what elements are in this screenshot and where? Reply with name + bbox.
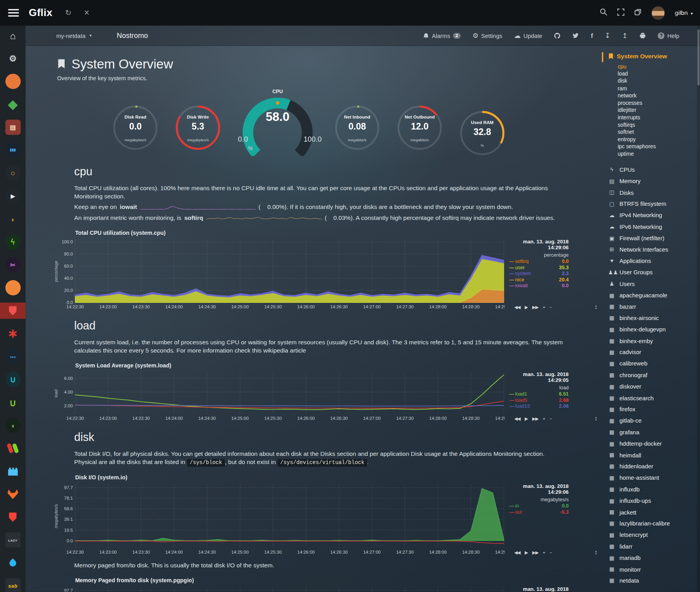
sidebar-app-item[interactable]: ▦influxdb xyxy=(608,484,698,495)
upload-icon[interactable]: ↥ xyxy=(622,31,628,40)
gauge-disk-read[interactable]: Disk Read 0.0 megabytes/s xyxy=(108,100,163,155)
app-tab[interactable]: ∗ xyxy=(0,326,25,342)
chart-resize-handle[interactable]: ↕ xyxy=(595,415,597,422)
update-button[interactable]: ☁Update xyxy=(514,31,542,40)
app-tab[interactable]: sab xyxy=(0,578,25,592)
sidebar-submenu-item[interactable]: ipc semaphores xyxy=(618,143,697,151)
sidebar-submenu-item[interactable]: softnet xyxy=(618,128,697,136)
chart-play[interactable]: ▶ xyxy=(525,305,528,310)
sidebar-item-system-overview[interactable]: System Overview xyxy=(608,53,698,60)
disk-chart-canvas[interactable]: 14:22:3014:23:0014:23:3014:24:0014:24:30… xyxy=(54,482,505,555)
sidebar-section-item[interactable]: ♟Users xyxy=(608,278,698,290)
app-tab[interactable]: ◗ xyxy=(0,211,25,227)
gauge-cpu[interactable]: CPU 58.0 0.0 100.0 % xyxy=(233,88,323,160)
sidebar-submenu-item[interactable]: processes xyxy=(618,99,697,107)
chart-zoom-out[interactable]: − xyxy=(549,305,552,310)
twitter-icon[interactable] xyxy=(572,32,579,38)
sidebar-section-item[interactable]: ☁IPv4 Networking xyxy=(608,210,698,221)
sidebar-submenu-item[interactable]: cpu xyxy=(618,63,697,70)
chart-play[interactable]: ▶ xyxy=(525,416,528,421)
sidebar-app-item[interactable]: ▦gitlab-ce xyxy=(608,415,698,426)
github-icon[interactable] xyxy=(554,32,561,39)
sidebar-app-item[interactable]: ▦hddtemp-docker xyxy=(608,438,698,449)
sidebar-app-item[interactable]: ▦hiddenloader xyxy=(608,461,698,472)
sidebar-app-item[interactable]: ▦binhex-delugevpn xyxy=(608,324,698,335)
app-tab[interactable] xyxy=(0,509,25,525)
sidebar-submenu-item[interactable]: interrupts xyxy=(618,114,697,121)
app-tab[interactable] xyxy=(0,73,25,89)
gauge-disk-write[interactable]: Disk Write 5.3 megabytes/s xyxy=(170,100,226,155)
sidebar-app-item[interactable]: ▦bazarr xyxy=(608,301,698,312)
app-tab[interactable]: ▤ xyxy=(0,119,25,135)
chart-forward[interactable]: ▶▶ xyxy=(532,305,538,310)
sidebar-app-item[interactable]: ▦lidarr xyxy=(608,541,698,552)
chart-rewind[interactable]: ◀◀ xyxy=(514,305,520,310)
app-tab[interactable] xyxy=(0,440,25,456)
user-menu[interactable]: gilbn ▾ xyxy=(675,9,693,16)
sidebar-section-item[interactable]: ♥Applications xyxy=(608,255,698,266)
sidebar-section-item[interactable]: ⊞Network Interfaces xyxy=(608,244,698,255)
help-button[interactable]: ?Help xyxy=(658,32,679,39)
sidebar-section-item[interactable]: ♟♟User Groups xyxy=(608,267,698,278)
app-tab[interactable] xyxy=(0,463,25,479)
tabs-icon[interactable] xyxy=(634,8,641,17)
chart-zoom-out[interactable]: − xyxy=(549,550,552,555)
legend-item[interactable]: —load152.06 xyxy=(509,403,569,410)
chart-zoom-in[interactable]: + xyxy=(543,416,545,421)
sidebar-app-item[interactable]: ▦grafana xyxy=(608,426,698,438)
app-tab[interactable] xyxy=(0,555,25,571)
chart-resize-handle[interactable]: ↕ xyxy=(595,549,597,555)
chart-zoom-in[interactable]: + xyxy=(543,550,545,555)
avatar[interactable] xyxy=(651,6,665,20)
app-tab[interactable]: ◆ xyxy=(0,96,25,112)
legend-item[interactable]: —nice20.4 xyxy=(509,277,569,283)
chart-forward[interactable]: ▶▶ xyxy=(532,550,538,555)
sidebar-submenu-item[interactable]: ram xyxy=(618,85,697,92)
sidebar-app-item[interactable]: ▦mariadb xyxy=(608,552,698,563)
sidebar-app-item[interactable]: ▦binhex-emby xyxy=(608,335,698,347)
alarms-button[interactable]: Alarms2 xyxy=(423,32,461,39)
sidebar-submenu-item[interactable]: network xyxy=(618,92,697,99)
sidebar-section-item[interactable]: ▣Firewall (netfilter) xyxy=(608,232,698,244)
sidebar-submenu-item[interactable]: load xyxy=(618,70,697,77)
app-tab[interactable]: ▮▮▮ xyxy=(0,142,25,158)
download-icon[interactable]: ↧ xyxy=(604,31,610,40)
sidebar-section-item[interactable]: ϟCPUs xyxy=(608,164,698,175)
legend-item[interactable]: —out-5.3 xyxy=(509,509,569,515)
sidebar-app-item[interactable]: ▦lazylibrarian-calibre xyxy=(608,518,698,529)
sidebar-submenu-item[interactable]: softirqs xyxy=(618,121,697,129)
app-tab[interactable]: ▶ xyxy=(0,188,25,204)
app-tab[interactable] xyxy=(0,280,25,296)
refresh-icon[interactable]: ↻ xyxy=(65,8,71,18)
sidebar-app-item[interactable]: ▦apacheguacamole xyxy=(608,290,698,301)
close-icon[interactable]: × xyxy=(84,8,89,18)
sidebar-submenu-item[interactable]: disk xyxy=(618,77,697,85)
sidebar-app-item[interactable]: ▦heimdall xyxy=(608,449,698,461)
legend-item[interactable]: —softirq0.0 xyxy=(509,259,569,265)
app-tab[interactable]: ∪ xyxy=(0,394,25,410)
app-tab[interactable]: LAZY xyxy=(0,532,25,548)
sidebar-section-item[interactable]: ▤Memory xyxy=(608,175,698,187)
gauge-net-inbound[interactable]: Net Inbound 0.08 megabits/s xyxy=(329,100,385,155)
print-icon[interactable] xyxy=(639,32,646,39)
fullscreen-icon[interactable] xyxy=(617,8,624,17)
sidebar-section-item[interactable]: ▢BTRFS filesystem xyxy=(608,198,698,210)
menu-icon[interactable] xyxy=(8,9,19,17)
app-tab[interactable]: ◖ xyxy=(0,417,25,433)
sidebar-submenu-item[interactable]: idlejitter xyxy=(618,107,697,114)
chart-rewind[interactable]: ◀◀ xyxy=(514,416,520,421)
server-dropdown[interactable]: my-netdata▾ xyxy=(56,32,92,39)
legend-item[interactable]: —system2.3 xyxy=(509,271,569,277)
sidebar-app-item[interactable]: ▦monitorr xyxy=(608,563,698,575)
settings-button[interactable]: ⚙Settings xyxy=(473,31,502,40)
chart-zoom-in[interactable]: + xyxy=(543,305,545,310)
softirq-sparkline[interactable] xyxy=(206,215,322,221)
sidebar-app-item[interactable]: ▦influxdb-ups xyxy=(608,495,698,506)
app-tab[interactable]: ⚙ xyxy=(0,50,25,67)
gauge-net-outbound[interactable]: Net Outbound 12.0 megabits/s xyxy=(392,100,447,155)
scrollbar-thumb[interactable] xyxy=(697,29,700,86)
gauge-used-ram[interactable]: Used RAM 32.8 % xyxy=(455,105,510,161)
app-tab[interactable] xyxy=(0,302,25,318)
app-tab[interactable]: ⌂ xyxy=(0,27,25,43)
sidebar-app-item[interactable]: ▦calibreweb xyxy=(608,358,698,369)
